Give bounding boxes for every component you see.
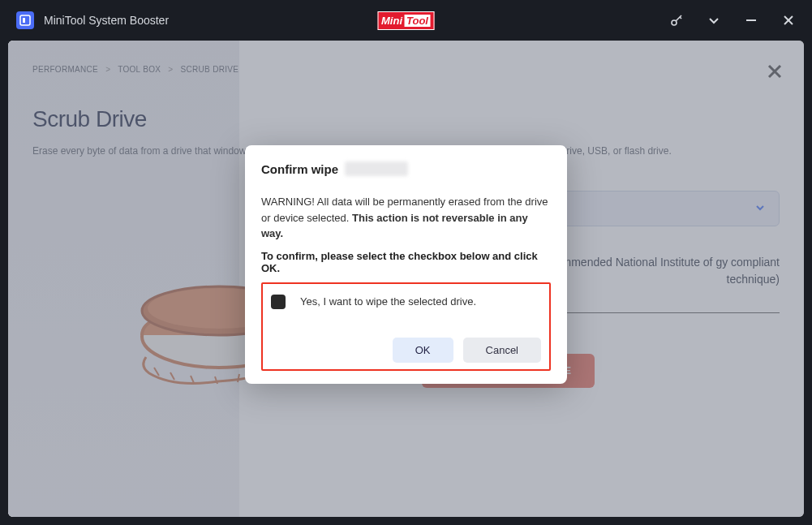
titlebar-left: MiniTool System Booster [16, 11, 169, 29]
titlebar: MiniTool System Booster MiniTool [0, 0, 812, 41]
titlebar-controls [669, 13, 796, 28]
brand-a: Mini [381, 15, 402, 27]
chevron-down-icon[interactable] [707, 13, 721, 28]
modal-actions: OK Cancel [271, 338, 541, 363]
ok-button[interactable]: OK [393, 338, 453, 363]
confirm-checkbox[interactable] [271, 295, 286, 309]
drive-name-redacted [345, 161, 408, 176]
svg-line-4 [680, 17, 681, 19]
brand-badge: MiniTool [377, 11, 435, 30]
brand-badge-wrap: MiniTool [377, 11, 435, 30]
brand-b: Tool [404, 15, 431, 27]
confirm-wipe-modal: Confirm wipe WARNING! All data will be p… [245, 145, 567, 384]
confirm-checkbox-label: Yes, I want to wipe the selected drive. [300, 295, 476, 308]
minimize-button[interactable] [744, 13, 758, 28]
confirm-checkbox-row: Yes, I want to wipe the selected drive. [271, 290, 541, 313]
app-icon [16, 11, 34, 29]
cancel-button[interactable]: Cancel [463, 338, 541, 363]
app-title: MiniTool System Booster [44, 14, 169, 27]
key-icon[interactable] [669, 13, 684, 28]
modal-title-row: Confirm wipe [261, 161, 551, 176]
app-logo-icon [19, 15, 31, 26]
modal-title: Confirm wipe [261, 162, 338, 176]
highlight-box: Yes, I want to wipe the selected drive. … [261, 282, 551, 371]
svg-rect-1 [23, 18, 25, 23]
modal-warning: WARNING! All data will be permanently er… [261, 194, 551, 242]
close-window-button[interactable] [781, 13, 796, 28]
modal-instruction: To confirm, please select the checkbox b… [261, 250, 551, 274]
